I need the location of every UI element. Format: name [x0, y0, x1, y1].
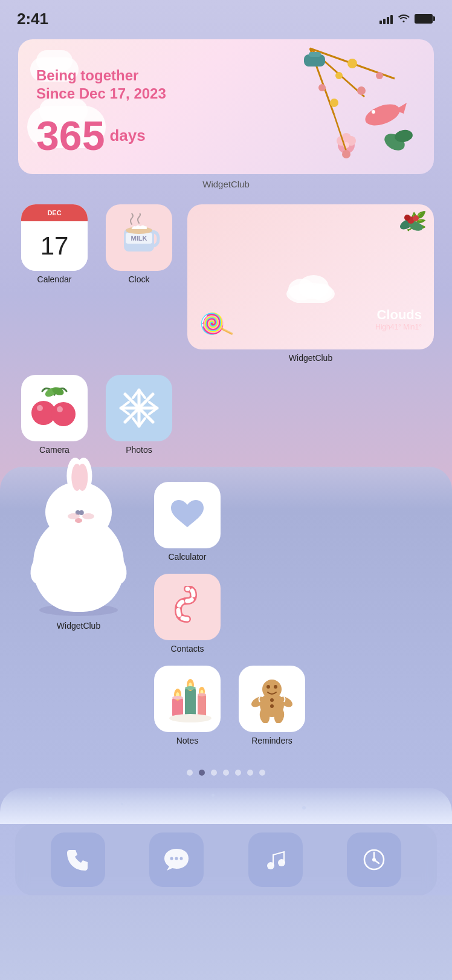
wifi-icon — [398, 13, 410, 25]
svg-point-84 — [372, 858, 376, 862]
svg-point-67 — [198, 693, 206, 696]
blue-row-2: Notes — [18, 666, 434, 745]
svg-point-76 — [270, 698, 274, 702]
status-icons — [379, 13, 435, 25]
bunny-widget-container[interactable]: WidgetClub — [18, 482, 139, 631]
right-apps-col: Calculator Contacts — [151, 482, 224, 654]
svg-point-54 — [135, 404, 143, 412]
svg-point-40 — [37, 405, 43, 411]
svg-point-64 — [169, 714, 211, 722]
svg-point-74 — [266, 685, 270, 689]
dock — [15, 824, 437, 895]
blue-section: WidgetClub Calculator — [0, 467, 452, 895]
app-item-photos[interactable]: Photos — [103, 375, 175, 455]
page-dot-3[interactable] — [223, 770, 229, 776]
svg-point-41 — [57, 406, 63, 412]
calendar-icon[interactable]: DEC 17 — [21, 204, 88, 271]
dock-phone[interactable] — [51, 832, 105, 887]
camera-icon[interactable] — [21, 375, 88, 441]
app-item-calculator[interactable]: Calculator — [151, 482, 224, 562]
svg-text:MILK: MILK — [131, 235, 147, 242]
page-dot-2[interactable] — [211, 770, 217, 776]
widgetclub-label-spacer — [187, 375, 434, 376]
cloud-icon — [280, 267, 341, 305]
widget-title: Being togetherSince Dec 17, 2023 — [36, 67, 416, 103]
app-item-notes[interactable]: Notes — [151, 666, 224, 745]
status-time: 2:41 — [17, 10, 48, 28]
page-dot-1[interactable] — [199, 770, 205, 776]
svg-point-30 — [413, 215, 419, 221]
svg-point-69 — [262, 680, 282, 699]
contacts-icon[interactable] — [154, 574, 221, 640]
page-dot-5[interactable] — [247, 770, 253, 776]
photos-icon[interactable] — [106, 375, 172, 441]
svg-point-82 — [278, 859, 285, 866]
svg-point-35 — [311, 284, 332, 300]
svg-point-31 — [404, 215, 410, 221]
status-bar: 2:41 — [0, 0, 452, 30]
photos-label: Photos — [126, 445, 152, 455]
app-item-reminders[interactable]: Reminders — [236, 666, 308, 745]
page-dot-4[interactable] — [235, 770, 241, 776]
svg-point-66 — [185, 686, 196, 690]
svg-rect-11 — [309, 52, 321, 57]
notes-label: Notes — [176, 736, 199, 745]
app-item-contacts[interactable]: Contacts — [151, 574, 224, 654]
bunny-widget — [18, 482, 139, 621]
svg-point-39 — [51, 402, 76, 426]
svg-point-81 — [267, 862, 274, 869]
calculator-label: Calculator — [168, 552, 206, 562]
widget-days: 365 — [36, 112, 105, 159]
reminders-label: Reminders — [251, 736, 292, 745]
app-item-calendar[interactable]: DEC 17 Calendar — [18, 204, 91, 284]
reminders-icon[interactable] — [239, 666, 305, 732]
calendar-label: Calendar — [37, 274, 72, 284]
contacts-label: Contacts — [170, 644, 204, 654]
clock-icon[interactable]: MILK — [106, 204, 172, 271]
snow-ground — [0, 788, 452, 824]
app-grid: DEC 17 Calendar MILK — [0, 192, 452, 455]
holly-berries — [398, 209, 428, 236]
svg-point-9 — [372, 110, 375, 114]
app-row-2: Camera — [18, 375, 434, 455]
page-dot-6[interactable] — [259, 770, 265, 776]
svg-point-65 — [172, 696, 183, 699]
weather-widget[interactable]: 🌿 — [187, 204, 434, 349]
svg-point-78 — [170, 857, 173, 860]
camera-label: Camera — [39, 445, 69, 455]
widget-section: Being togetherSince Dec 17, 2023 365 day… — [0, 30, 452, 192]
svg-point-7 — [363, 100, 403, 130]
app-item-clock[interactable]: MILK Clock — [103, 204, 175, 284]
page-dot-0[interactable] — [187, 770, 193, 776]
svg-rect-61 — [198, 695, 206, 717]
clock-label: Clock — [128, 274, 149, 284]
svg-point-75 — [274, 685, 277, 689]
svg-point-77 — [270, 704, 274, 708]
svg-point-80 — [180, 857, 183, 860]
page-dots — [18, 758, 434, 788]
widget-days-label: days — [109, 126, 145, 145]
battery-icon — [415, 14, 435, 24]
blue-row-1: WidgetClub Calculator — [18, 482, 434, 654]
weather-widget-container: 🌿 — [187, 204, 434, 363]
weather-info: Clouds High41° Min1° — [375, 307, 422, 331]
candy-cane-icon: 🍭 — [195, 307, 235, 345]
notes-icon[interactable] — [154, 666, 221, 732]
dock-messages[interactable] — [149, 832, 204, 887]
app-row-1: DEC 17 Calendar MILK — [18, 204, 434, 363]
dock-find[interactable] — [347, 832, 401, 887]
widgetclub-label-2: WidgetClub — [289, 353, 332, 363]
app-item-camera[interactable]: Camera — [18, 375, 91, 455]
relationship-widget[interactable]: Being togetherSince Dec 17, 2023 365 day… — [18, 39, 434, 174]
svg-point-22 — [342, 150, 350, 158]
signal-icon — [379, 13, 393, 24]
widget-club-label-1: WidgetClub — [18, 179, 434, 189]
calculator-icon[interactable] — [154, 482, 221, 548]
dock-music[interactable] — [248, 832, 303, 887]
svg-point-79 — [175, 857, 178, 860]
svg-rect-58 — [185, 688, 196, 717]
bunny-widget-label: WidgetClub — [57, 621, 100, 631]
widget-decoration — [274, 42, 425, 169]
